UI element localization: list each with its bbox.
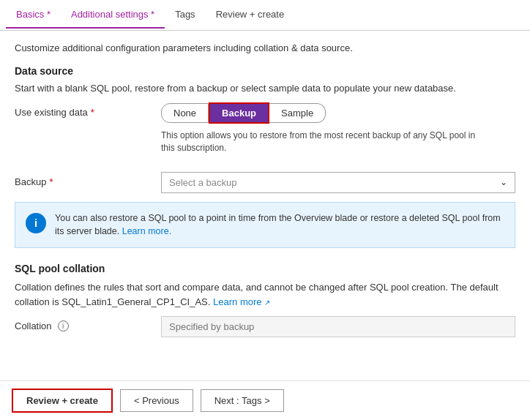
data-source-title: Data source [15, 65, 515, 77]
collation-desc: Collation defines the rules that sort an… [15, 280, 515, 309]
data-source-desc: Start with a blank SQL pool, restore fro… [15, 83, 515, 94]
backup-row: Backup * Select a backup ⌄ [15, 172, 515, 193]
tab-additional-settings[interactable]: Additional settings * [61, 1, 165, 29]
dropdown-arrow-icon: ⌄ [500, 177, 507, 187]
collation-row: Collation i [15, 316, 515, 337]
external-link-icon: ↗ [264, 299, 270, 307]
backup-required-indicator: * [49, 176, 53, 187]
info-box-text: You can also restore a SQL pool to a poi… [55, 211, 504, 239]
backup-control: Select a backup ⌄ [161, 172, 515, 193]
previous-button[interactable]: < Previous [120, 389, 193, 412]
page-description: Customize additional configuration param… [15, 42, 515, 53]
collation-learn-more-link[interactable]: Learn more ↗ [213, 296, 270, 307]
collation-info-icon[interactable]: i [58, 320, 69, 331]
data-source-radio-group: None Backup Sample [161, 102, 515, 124]
main-content: Customize additional configuration param… [0, 31, 530, 358]
use-existing-control: None Backup Sample This option allows yo… [161, 102, 515, 163]
info-learn-more-link[interactable]: Learn more. [122, 226, 171, 236]
option-sample[interactable]: Sample [269, 103, 326, 123]
collation-section: SQL pool collation Collation defines the… [15, 263, 515, 337]
collation-control [161, 316, 515, 337]
tab-review-create[interactable]: Review + create [206, 1, 295, 29]
backup-label: Backup * [15, 172, 161, 187]
review-create-button[interactable]: Review + create [12, 389, 113, 413]
option-backup[interactable]: Backup [209, 102, 269, 124]
tab-basics[interactable]: Basics * [6, 1, 61, 29]
info-box: i You can also restore a SQL pool to a p… [15, 202, 515, 249]
tab-tags[interactable]: Tags [165, 1, 205, 29]
bottom-bar: Review + create < Previous Next : Tags > [0, 380, 530, 420]
info-circle-icon: i [26, 213, 46, 233]
use-existing-data-row: Use existing data * None Backup Sample T… [15, 102, 515, 163]
use-existing-label: Use existing data * [15, 102, 161, 118]
collation-title: SQL pool collation [15, 263, 515, 274]
option-none[interactable]: None [161, 103, 209, 123]
tab-bar: Basics * Additional settings * Tags Revi… [0, 0, 530, 31]
backup-dropdown[interactable]: Select a backup ⌄ [161, 172, 515, 193]
backup-placeholder: Select a backup [169, 177, 237, 188]
backup-note: This option allows you to restore from t… [161, 130, 483, 154]
next-button[interactable]: Next : Tags > [201, 389, 284, 412]
collation-input[interactable] [161, 316, 515, 337]
required-indicator: * [91, 107, 94, 118]
data-source-section: Data source Start with a blank SQL pool,… [15, 65, 515, 248]
page-wrapper: Basics * Additional settings * Tags Revi… [0, 0, 530, 420]
collation-label: Collation i [15, 316, 161, 331]
